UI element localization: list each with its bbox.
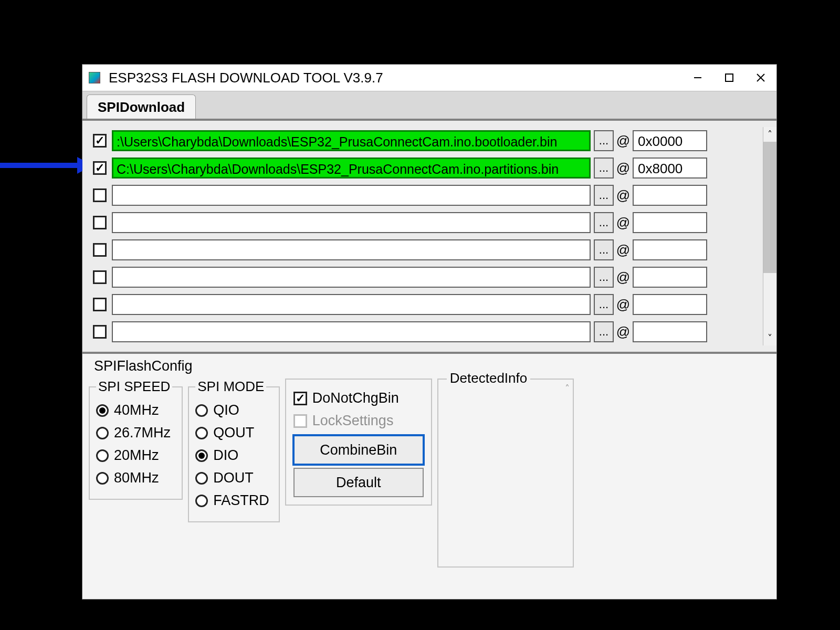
svg-rect-3 (726, 74, 733, 81)
file-path-field[interactable] (112, 267, 591, 288)
donotchgbin-checkbox[interactable]: ✓ DoNotChgBin (293, 387, 424, 410)
radio-label: 20MHz (114, 447, 159, 464)
browse-button[interactable]: ... (594, 185, 614, 206)
file-row: ...@ (93, 291, 763, 318)
address-field[interactable]: 0x8000 (633, 158, 707, 178)
spi-mode-radio-FASTRD[interactable]: FASTRD (195, 489, 269, 512)
at-symbol: @ (616, 187, 631, 204)
radio-label: QIO (213, 402, 239, 418)
radio-icon (195, 495, 208, 507)
spi-mode-radio-DOUT[interactable]: DOUT (195, 467, 269, 489)
radio-label: 26.7MHz (114, 425, 171, 441)
spi-mode-radio-QIO[interactable]: QIO (195, 399, 269, 422)
radio-icon (96, 472, 109, 485)
spi-speed-group: SPI SPEED 40MHz26.7MHz20MHz80MHz (89, 379, 183, 500)
address-field[interactable] (633, 321, 707, 342)
address-field[interactable] (633, 239, 707, 260)
row-checkbox[interactable] (93, 243, 107, 257)
file-list-panel: ✓:\Users\Charybda\Downloads\ESP32_PrusaC… (82, 121, 776, 354)
file-path-field[interactable] (112, 321, 591, 342)
radio-icon (96, 427, 109, 439)
row-checkbox[interactable] (93, 325, 107, 339)
at-symbol: @ (616, 242, 631, 258)
file-row: ...@ (93, 209, 763, 236)
spi-speed-radio-40MHz[interactable]: 40MHz (96, 399, 172, 422)
radio-label: 80MHz (114, 470, 159, 486)
file-row: ...@ (93, 264, 763, 291)
radio-icon (195, 472, 208, 485)
file-path-field[interactable]: C:\Users\Charybda\Downloads\ESP32_PrusaC… (112, 158, 591, 178)
browse-button[interactable]: ... (594, 321, 614, 342)
address-field[interactable] (633, 212, 707, 233)
maximize-button[interactable] (713, 65, 745, 91)
address-field[interactable] (633, 185, 707, 206)
row-checkbox[interactable]: ✓ (93, 161, 107, 175)
detected-info-legend: DetectedInfo (447, 370, 530, 386)
address-field[interactable] (633, 267, 707, 288)
spi-speed-radio-80MHz[interactable]: 80MHz (96, 467, 172, 489)
address-field[interactable]: 0x0000 (633, 130, 707, 151)
config-section-title: SPIFlashConfig (89, 356, 770, 379)
row-checkbox[interactable] (93, 270, 107, 284)
file-path-field[interactable] (112, 185, 591, 206)
browse-button[interactable]: ... (594, 294, 614, 315)
spi-speed-legend: SPI SPEED (96, 379, 172, 395)
browse-button[interactable]: ... (594, 158, 614, 178)
at-symbol: @ (616, 215, 631, 231)
at-symbol: @ (616, 324, 631, 340)
radio-icon (195, 427, 208, 439)
at-symbol: @ (616, 269, 631, 286)
radio-label: QOUT (213, 425, 254, 441)
close-button[interactable] (745, 65, 776, 91)
scroll-thumb[interactable] (763, 142, 776, 273)
browse-button[interactable]: ... (594, 239, 614, 260)
row-checkbox[interactable]: ✓ (93, 134, 107, 148)
spi-speed-radio-20MHz[interactable]: 20MHz (96, 444, 172, 467)
browse-button[interactable]: ... (594, 267, 614, 288)
address-field[interactable] (633, 294, 707, 315)
radio-label: DOUT (213, 470, 254, 486)
locksettings-label: LockSettings (312, 413, 394, 429)
file-path-field[interactable] (112, 239, 591, 260)
minimize-button[interactable] (682, 65, 713, 91)
file-list-scrollbar[interactable]: ˄ ˅ (763, 127, 776, 345)
spi-mode-radio-QOUT[interactable]: QOUT (195, 422, 269, 444)
spi-speed-radio-26-7MHz[interactable]: 26.7MHz (96, 422, 172, 444)
file-row: ...@ (93, 182, 763, 209)
browse-button[interactable]: ... (594, 212, 614, 233)
locksettings-checkbox: LockSettings (293, 410, 424, 432)
at-symbol: @ (616, 133, 631, 149)
window-title: ESP32S3 FLASH DOWNLOAD TOOL V3.9.7 (109, 70, 682, 86)
spi-mode-legend: SPI MODE (195, 379, 266, 395)
file-path-field[interactable]: :\Users\Charybda\Downloads\ESP32_PrusaCo… (112, 130, 591, 151)
radio-label: DIO (213, 447, 238, 464)
file-path-field[interactable] (112, 212, 591, 233)
radio-icon (96, 404, 109, 417)
scroll-down-icon[interactable]: ˅ (763, 331, 776, 345)
radio-label: FASTRD (213, 492, 269, 509)
radio-icon (96, 449, 109, 462)
row-checkbox[interactable] (93, 188, 107, 202)
radio-label: 40MHz (114, 402, 159, 418)
misc-group: ✓ DoNotChgBin LockSettings CombineBin De… (285, 379, 432, 506)
radio-icon (195, 404, 208, 417)
at-symbol: @ (616, 160, 631, 176)
file-row: ...@ (93, 318, 763, 345)
spi-mode-radio-DIO[interactable]: DIO (195, 444, 269, 467)
combinebin-button[interactable]: CombineBin (293, 435, 424, 465)
row-checkbox[interactable] (93, 298, 107, 311)
radio-icon (195, 449, 208, 462)
annotation-arrow (0, 155, 93, 176)
row-checkbox[interactable] (93, 216, 107, 229)
default-button[interactable]: Default (293, 468, 424, 497)
tab-spidownload[interactable]: SPIDownload (87, 94, 196, 119)
browse-button[interactable]: ... (594, 130, 614, 151)
file-row: ...@ (93, 236, 763, 264)
file-path-field[interactable] (112, 294, 591, 315)
scroll-up-icon[interactable]: ˄ (763, 127, 776, 142)
app-icon (89, 72, 100, 83)
detected-info-panel: DetectedInfo ˄ (437, 379, 574, 568)
titlebar: ESP32S3 FLASH DOWNLOAD TOOL V3.9.7 (82, 65, 776, 91)
file-row: ✓C:\Users\Charybda\Downloads\ESP32_Prusa… (93, 154, 763, 182)
detected-scroll-up-icon[interactable]: ˄ (565, 383, 570, 394)
